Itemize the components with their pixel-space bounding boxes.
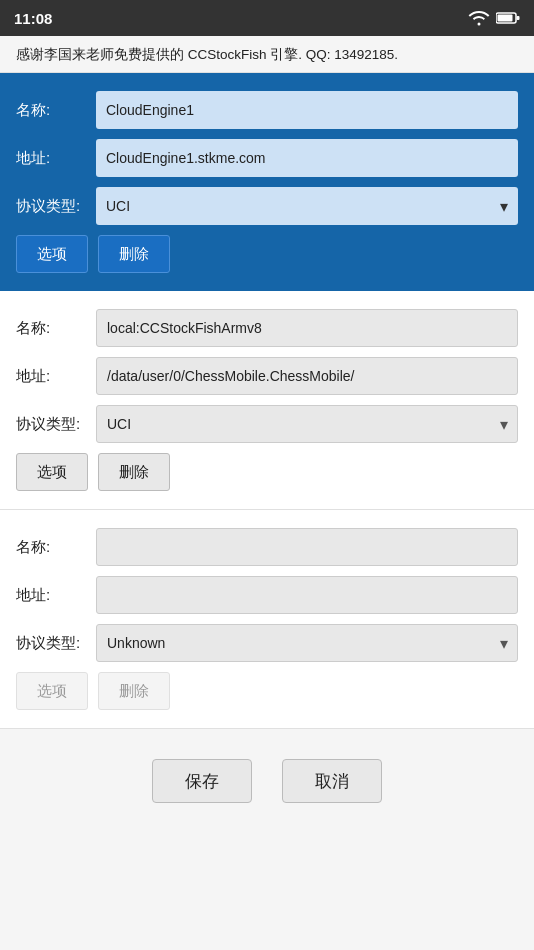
engine2-btn-row: 选项 删除 (16, 453, 518, 491)
engine3-address-label: 地址: (16, 586, 96, 605)
engine3-options-button[interactable]: 选项 (16, 672, 88, 710)
engine2-name-input[interactable] (96, 309, 518, 347)
engine3-delete-button[interactable]: 删除 (98, 672, 170, 710)
engine2-delete-button[interactable]: 删除 (98, 453, 170, 491)
engine1-address-input[interactable] (96, 139, 518, 177)
engine1-name-label: 名称: (16, 101, 96, 120)
engine1-address-label: 地址: (16, 149, 96, 168)
engine2-protocol-select[interactable]: UCI WinBoard Unknown (96, 405, 518, 443)
engine3-name-row: 名称: (16, 528, 518, 566)
engine1-protocol-select[interactable]: UCI WinBoard Unknown (96, 187, 518, 225)
engine2-address-label: 地址: (16, 367, 96, 386)
engine1-address-row: 地址: (16, 139, 518, 177)
engine3-protocol-select-wrapper: Unknown UCI WinBoard ▾ (96, 624, 518, 662)
engine2-address-row: 地址: (16, 357, 518, 395)
banner-text: 感谢李国来老师免费提供的 CCStockFish 引擎. QQ: 1349218… (16, 47, 398, 62)
engine3-name-label: 名称: (16, 538, 96, 557)
wifi-icon (468, 10, 490, 26)
engine3-protocol-select[interactable]: Unknown UCI WinBoard (96, 624, 518, 662)
engine1-options-button[interactable]: 选项 (16, 235, 88, 273)
engine2-protocol-row: 协议类型: UCI WinBoard Unknown ▾ (16, 405, 518, 443)
svg-rect-1 (498, 15, 513, 22)
engine3-name-input[interactable] (96, 528, 518, 566)
engine3-protocol-row: 协议类型: Unknown UCI WinBoard ▾ (16, 624, 518, 662)
engine3-address-row: 地址: (16, 576, 518, 614)
engine1-protocol-label: 协议类型: (16, 197, 96, 216)
engine2-options-button[interactable]: 选项 (16, 453, 88, 491)
status-icons (468, 10, 520, 26)
engine1-delete-button[interactable]: 删除 (98, 235, 170, 273)
engine2-protocol-label: 协议类型: (16, 415, 96, 434)
engine-card-2: 名称: 地址: 协议类型: UCI WinBoard Unknown ▾ 选项 … (0, 291, 534, 510)
engine2-address-input[interactable] (96, 357, 518, 395)
bottom-actions: 保存 取消 (0, 729, 534, 823)
cancel-button[interactable]: 取消 (282, 759, 382, 803)
svg-rect-2 (517, 16, 520, 20)
engine1-protocol-row: 协议类型: UCI WinBoard Unknown ▾ (16, 187, 518, 225)
engine-card-3: 名称: 地址: 协议类型: Unknown UCI WinBoard ▾ 选项 … (0, 510, 534, 729)
engine1-protocol-select-wrapper: UCI WinBoard Unknown ▾ (96, 187, 518, 225)
status-bar: 11:08 (0, 0, 534, 36)
engine2-name-row: 名称: (16, 309, 518, 347)
engine1-btn-row: 选项 删除 (16, 235, 518, 273)
save-button[interactable]: 保存 (152, 759, 252, 803)
status-time: 11:08 (14, 10, 52, 27)
engine-card-1: 名称: 地址: 协议类型: UCI WinBoard Unknown ▾ 选项 … (0, 73, 534, 291)
engine3-protocol-label: 协议类型: (16, 634, 96, 653)
engine2-name-label: 名称: (16, 319, 96, 338)
battery-icon (496, 11, 520, 25)
banner: 感谢李国来老师免费提供的 CCStockFish 引擎. QQ: 1349218… (0, 36, 534, 73)
engine1-name-row: 名称: (16, 91, 518, 129)
engine3-btn-row: 选项 删除 (16, 672, 518, 710)
engine1-name-input[interactable] (96, 91, 518, 129)
engine3-address-input[interactable] (96, 576, 518, 614)
engine2-protocol-select-wrapper: UCI WinBoard Unknown ▾ (96, 405, 518, 443)
